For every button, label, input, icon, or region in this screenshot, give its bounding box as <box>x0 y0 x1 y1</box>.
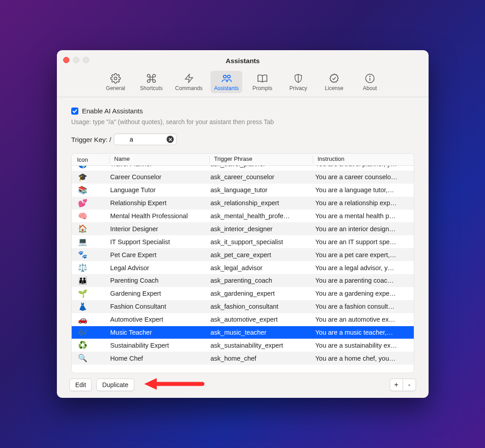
row-instruction: You are a mental health p… <box>315 212 414 220</box>
row-icon: 💻 <box>72 237 110 246</box>
table-row[interactable]: 🌱Gardening Expertask_gardening_expertYou… <box>72 287 414 300</box>
table-row[interactable]: 🎓Career Counselorask_career_counselorYou… <box>72 171 414 184</box>
row-trigger: ask_music_teacher <box>210 329 315 336</box>
table-row[interactable]: 👪Parenting Coachask_parenting_coachYou a… <box>72 274 414 287</box>
row-icon: ⚖️ <box>72 263 110 272</box>
trigger-key-row: Trigger Key: / <box>71 134 414 145</box>
row-trigger: ask_career_counselor <box>210 173 315 181</box>
bolt-icon <box>183 73 195 84</box>
tab-label: Prompts <box>253 85 273 91</box>
table-body: 🌎Travel Plannerask_travel_plannerYou are… <box>72 166 414 365</box>
row-name: Relationship Expert <box>110 199 210 207</box>
tab-license[interactable]: License <box>318 71 350 93</box>
command-icon <box>146 73 157 84</box>
row-icon: 🏠 <box>72 224 110 233</box>
remove-button[interactable]: - <box>403 379 416 391</box>
row-instruction: You are a parenting coac… <box>315 277 414 284</box>
row-icon: 🧠 <box>72 211 110 221</box>
tab-general[interactable]: General <box>100 71 131 93</box>
table-row[interactable]: 🐾Pet Care Expertask_pet_care_expertYou a… <box>72 248 414 261</box>
row-name: Home Chef <box>110 355 210 362</box>
table-row[interactable]: 📚Language Tutorask_language_tutorYou are… <box>72 184 414 197</box>
preferences-toolbar: GeneralShortcutsCommandsAssistantsPrompt… <box>57 71 429 97</box>
assistants-table: Icon Name Trigger Phrase Instruction 🌎Tr… <box>71 153 414 373</box>
tab-assistants[interactable]: Assistants <box>210 71 242 93</box>
people-icon <box>221 73 232 84</box>
row-icon: 🐾 <box>72 250 110 259</box>
tab-prompts[interactable]: Prompts <box>247 71 278 93</box>
add-button[interactable]: + <box>390 379 403 391</box>
table-row[interactable]: 💕Relationship Expertask_relationship_exp… <box>72 197 414 210</box>
table-row[interactable]: 💻IT Support Specialistask_it_support_spe… <box>72 235 414 248</box>
row-name: Music Teacher <box>110 329 210 336</box>
tab-privacy[interactable]: Privacy <box>283 71 314 93</box>
row-icon: 💕 <box>72 198 110 208</box>
row-instruction: You are a pet care expert,… <box>315 251 414 258</box>
table-row[interactable]: 🔍Home Chefask_home_chefYou are a home ch… <box>72 352 414 365</box>
row-name: Interior Designer <box>110 225 210 233</box>
row-icon: 👗 <box>72 302 110 311</box>
tab-label: Assistants <box>214 85 239 91</box>
row-icon: 🌎 <box>72 166 110 169</box>
row-icon: 🎓 <box>72 172 110 182</box>
window-title: Assistants <box>57 57 429 65</box>
table-row[interactable]: 🏠Interior Designerask_interior_designerY… <box>72 222 414 235</box>
row-instruction: You are an automotive ex… <box>315 316 414 323</box>
preferences-window: Assistants GeneralShortcutsCommandsAssis… <box>57 50 429 398</box>
row-trigger: ask_legal_advisor <box>210 264 315 271</box>
row-name: Parenting Coach <box>110 277 210 284</box>
table-row[interactable]: 👗Fashion Consultantask_fashion_consultan… <box>72 300 414 313</box>
table-row[interactable]: 🎶Music Teacherask_music_teacherYou are a… <box>72 326 414 339</box>
clear-input-button[interactable] <box>167 136 174 143</box>
table-row[interactable]: 🌎Travel Plannerask_travel_plannerYou are… <box>72 166 414 171</box>
table-row[interactable]: ♻️Sustainability Expertask_sustainabilit… <box>72 339 414 352</box>
column-header-instruction[interactable]: Instruction <box>313 155 414 164</box>
table-row[interactable]: 🚗Automotive Expertask_automotive_expertY… <box>72 313 414 326</box>
usage-hint: Usage: type "/a" (without quotes), searc… <box>71 118 414 125</box>
tab-label: License <box>325 85 343 91</box>
svg-point-0 <box>114 77 117 80</box>
row-name: Language Tutor <box>110 186 210 194</box>
edit-button[interactable]: Edit <box>69 379 92 391</box>
row-icon: 👪 <box>72 276 110 285</box>
row-instruction: You are a music teacher,… <box>315 329 414 336</box>
duplicate-button[interactable]: Duplicate <box>96 379 134 391</box>
row-trigger: ask_gardening_expert <box>210 290 315 297</box>
tab-about[interactable]: About <box>354 71 386 93</box>
row-trigger: ask_relationship_expert <box>210 199 315 207</box>
row-name: Sustainability Expert <box>110 342 210 349</box>
column-header-name[interactable]: Name <box>109 155 209 164</box>
row-icon: 📚 <box>72 185 110 195</box>
tab-shortcuts[interactable]: Shortcuts <box>136 71 167 93</box>
row-trigger: ask_sustainability_expert <box>210 342 315 349</box>
row-instruction: You are a language tutor,… <box>315 186 414 194</box>
maximize-window-button[interactable] <box>83 57 89 63</box>
column-header-icon[interactable]: Icon <box>72 156 109 163</box>
row-instruction: You are a travel planner, y… <box>315 166 414 168</box>
titlebar: Assistants <box>57 50 429 71</box>
row-instruction: You are a sustainability ex… <box>315 342 414 349</box>
minimize-window-button[interactable] <box>73 57 79 63</box>
row-name: Career Counselor <box>110 173 210 181</box>
row-name: Fashion Consultant <box>110 303 210 310</box>
table-row[interactable]: ⚖️Legal Advisorask_legal_advisorYou are … <box>72 261 414 274</box>
close-window-button[interactable] <box>63 57 69 63</box>
tab-commands[interactable]: Commands <box>172 71 206 93</box>
enable-assistants-checkbox[interactable] <box>71 108 78 115</box>
svg-point-3 <box>227 75 230 78</box>
row-instruction: You are a legal advisor, y… <box>315 264 414 271</box>
row-icon: 🔍 <box>72 353 110 363</box>
row-name: Pet Care Expert <box>110 251 210 258</box>
tab-label: General <box>106 85 125 91</box>
column-header-trigger[interactable]: Trigger Phrase <box>209 155 313 164</box>
gear-icon <box>110 73 121 84</box>
row-icon: 🚗 <box>72 315 110 324</box>
tab-label: Commands <box>175 85 202 91</box>
row-instruction: You are an IT support spe… <box>315 238 414 246</box>
row-instruction: You are a gardening expe… <box>315 290 414 297</box>
table-row[interactable]: 🧠Mental Health Professionalask_mental_he… <box>72 210 414 223</box>
table-header: Icon Name Trigger Phrase Instruction <box>72 154 414 166</box>
row-name: Mental Health Professional <box>110 212 210 220</box>
svg-point-7 <box>369 76 370 77</box>
row-trigger: ask_home_chef <box>210 355 315 362</box>
